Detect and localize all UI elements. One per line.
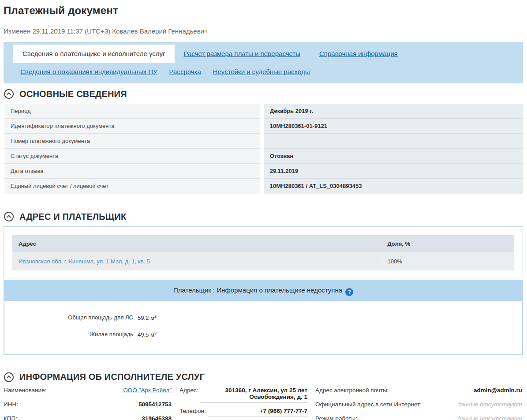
area-row-total: Общая площадь для ЛС 59.2 м2 <box>4 314 522 321</box>
field-value-empty: данные отсутствуют <box>359 415 523 420</box>
row-label: Период <box>4 104 260 119</box>
section-title-provider: ИНФОРМАЦИЯ ОБ ИСПОЛНИТЕЛЕ УСЛУГ <box>19 372 205 382</box>
tab-reference-info[interactable]: Справочная информация <box>319 50 398 57</box>
payer-details: Общая площадь для ЛС 59.2 м2 Жилая площа… <box>4 301 522 354</box>
address-table-row: Ивановская обл, г. Кинешма, ул. 1 Мая, д… <box>12 252 514 270</box>
field-value: admin@admin.ru <box>391 387 523 396</box>
table-row: Период Декабрь 2019 г. <box>4 104 523 119</box>
column-header-address: Адрес <box>12 235 381 252</box>
provider-column-2: Адрес: 301360, г Алексин, ул 25 лет Осво… <box>179 387 308 420</box>
row-value: Декабрь 2019 г. <box>264 104 523 119</box>
field-label: КПП: <box>4 415 19 420</box>
table-row: Номер платежного документа <box>4 134 523 149</box>
provider-info-grid: Наименование: ООО "Арк Ройял" ИНН: 50954… <box>4 387 523 420</box>
section-main-info-header: ОСНОВНЫЕ СВЕДЕНИЯ <box>4 89 523 99</box>
row-label: Дата отзыва <box>4 164 260 179</box>
row-label: Номер платежного документа <box>4 134 260 149</box>
field-value-empty: данные отсутствуют <box>423 401 523 410</box>
tab-meter-readings[interactable]: Сведения о показаниях индивидуальных ПУ <box>20 68 157 75</box>
provider-column-3: Адрес электронной почты: admin@admin.ru … <box>315 387 523 420</box>
table-row: Единый лицевой счет / лицевой счет 10МН2… <box>4 179 523 194</box>
field-name: Наименование: ООО "Арк Ройял" <box>4 387 172 396</box>
section-title-address-payer: АДРЕС И ПЛАТЕЛЬЩИК <box>19 212 126 222</box>
collapse-icon[interactable] <box>4 89 14 99</box>
table-row: Идентификатор платежного документа 10МН2… <box>4 119 523 134</box>
field-label: Адрес: <box>179 387 200 394</box>
row-label: Статус документа <box>4 149 260 164</box>
share-value: 100% <box>381 252 514 270</box>
field-label: Адрес электронной почты: <box>315 387 391 394</box>
row-value: 10МН280361 / AT_LS_0304893453 <box>264 179 523 194</box>
provider-name-link[interactable]: ООО "Арк Ройял" <box>123 387 172 394</box>
page-title: Платежный документ <box>4 4 523 17</box>
row-value: Отозван <box>264 149 523 164</box>
tab-penalties[interactable]: Неустойки и судебные расходы <box>213 68 310 75</box>
collapse-icon[interactable] <box>4 372 14 382</box>
field-label: Телефон: <box>179 408 208 414</box>
address-link[interactable]: Ивановская обл, г. Кинешма, ул. 1 Мая, д… <box>19 258 150 265</box>
modified-info: Изменен 29.11.2019 11:37 (UTC+3) Ковалев… <box>4 27 523 35</box>
payer-banner-text: Плательщик : Информация о плательщике не… <box>173 286 342 294</box>
field-working-hours: Режим работы: данные отсутствуют <box>315 415 523 420</box>
field-value: +7 (966) 777-77-7 <box>208 408 308 417</box>
field-kpp: КПП: 319645388 <box>4 415 172 420</box>
row-value: 29.11.2019 <box>264 164 523 179</box>
collapse-icon[interactable] <box>4 211 14 222</box>
area-label: Жилая площадь <box>4 331 138 338</box>
field-address: Адрес: 301360, г Алексин, ул 25 лет Осво… <box>179 387 308 403</box>
tab-installment[interactable]: Рассрочка <box>169 68 201 75</box>
area-row-living: Жилая площадь 49.5 м2 <box>4 331 522 338</box>
address-table-container: Адрес Доля, % Ивановская обл, г. Кинешма… <box>4 226 523 278</box>
area-value: 49.5 м2 <box>138 331 157 338</box>
field-label: Режим работы: <box>315 415 359 420</box>
field-inn: ИНН: 5095412753 <box>4 401 172 410</box>
field-label: Официальный адрес в сети Интернет: <box>315 401 423 408</box>
row-value: 10МН280361-01-9121 <box>264 119 523 134</box>
row-label: Единый лицевой счет / лицевой счет <box>4 179 260 194</box>
section-provider-header: ИНФОРМАЦИЯ ОБ ИСПОЛНИТЕЛЕ УСЛУГ <box>4 372 523 382</box>
area-value: 59.2 м2 <box>138 314 157 321</box>
field-phone: Телефон: +7 (966) 777-77-7 <box>179 408 308 417</box>
row-label: Идентификатор платежного документа <box>4 119 260 134</box>
field-value: 301360, г Алексин, ул 25 лет Освобождени… <box>200 387 308 403</box>
address-table-header: Адрес Доля, % <box>12 235 514 252</box>
section-title-main: ОСНОВНЫЕ СВЕДЕНИЯ <box>19 89 127 99</box>
field-label: ИНН: <box>4 401 20 408</box>
tab-bar: Сведения о плательщике и исполнителе усл… <box>4 42 523 83</box>
row-value <box>264 134 523 149</box>
help-icon[interactable]: ? <box>345 288 353 296</box>
main-info-table: Период Декабрь 2019 г. Идентификатор пла… <box>4 104 523 194</box>
payer-banner: Плательщик : Информация о плательщике не… <box>4 281 522 301</box>
section-address-payer-header: АДРЕС И ПЛАТЕЛЬЩИК <box>4 211 523 222</box>
tab-payer-and-provider-info[interactable]: Сведения о плательщике и исполнителе усл… <box>13 45 175 63</box>
field-email: Адрес электронной почты: admin@admin.ru <box>315 387 523 396</box>
field-website: Официальный адрес в сети Интернет: данны… <box>315 401 523 410</box>
payer-block: Плательщик : Информация о плательщике не… <box>4 280 523 355</box>
table-row: Статус документа Отозван <box>4 149 523 164</box>
area-label: Общая площадь для ЛС <box>4 314 138 321</box>
field-value: 5095412753 <box>20 401 172 410</box>
field-value: 319645388 <box>19 415 172 420</box>
table-row: Дата отзыва 29.11.2019 <box>4 164 523 179</box>
provider-column-1: Наименование: ООО "Арк Ройял" ИНН: 50954… <box>4 387 172 420</box>
column-header-share: Доля, % <box>381 235 514 252</box>
field-label: Наименование: <box>4 387 48 394</box>
tab-payment-calculation[interactable]: Расчет размера платы и перерасчеты <box>184 50 301 57</box>
